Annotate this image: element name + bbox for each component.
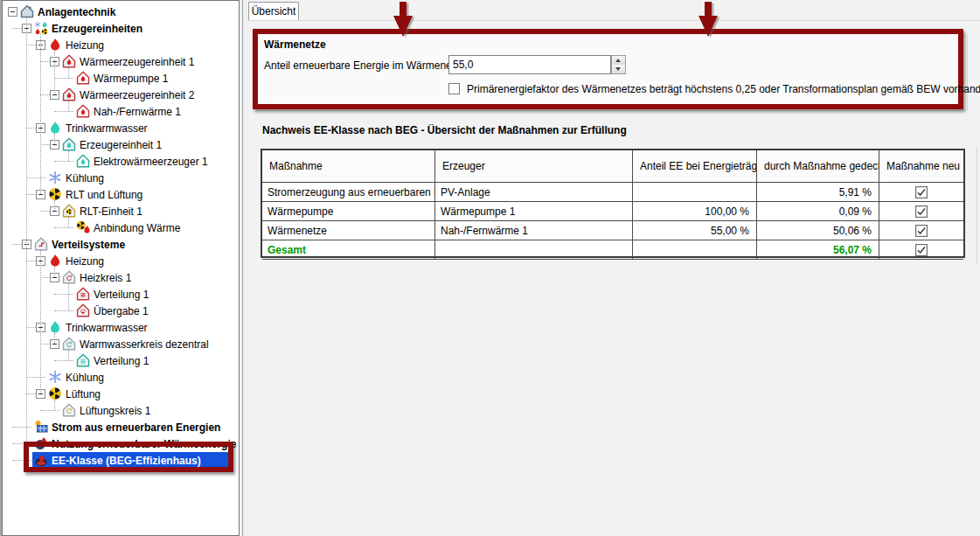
cell-gedeckter_anteil: 56,07 % [757,240,879,260]
heating-icon [48,38,62,52]
heating-circuit-icon [62,270,76,284]
tree-item[interactable]: Nah-/Fernwärme 1 [3,103,239,120]
tree-connector [40,61,50,62]
panel-splitter[interactable] [242,0,243,536]
tree-item[interactable]: RLT-Einheit 1 [3,203,239,219]
spin-down-button[interactable] [612,65,625,73]
column-header[interactable]: Maßnahme [262,150,435,183]
new-measure-checkbox[interactable] [879,202,963,221]
tree-connector [54,134,55,144]
expand-toggle[interactable] [8,7,17,17]
tree-item-label: Erzeugereinheiten [49,21,145,37]
tree-connector [68,150,69,161]
dhw-circuit-icon [62,337,76,351]
tree-item-label: Kühlung [63,370,107,386]
tree-item-label: Wärmepumpe 1 [91,71,170,87]
column-header[interactable]: durch Maßnahme gedeckter Anteil [757,150,879,183]
down-arrow-icon [615,67,621,71]
tabstrip-divider [247,20,980,21]
minus-icon [52,144,57,145]
tab-uebersicht[interactable]: Übersicht [248,2,299,20]
tree-item[interactable]: Strom aus erneuerbaren Energien [3,419,239,435]
tree-connector [12,28,22,29]
tree-item-label: Trinkwarmwasser [63,320,150,336]
tree-item-label: Verteilung 1 [91,353,151,369]
tree-item[interactable]: Verteilung 1 [3,352,239,369]
tree-connector [40,211,50,212]
cell-massnahme: Gesamt [262,240,435,260]
pef-checkbox-label: Primärenergiefaktor des Wärmenetzes betr… [467,83,980,95]
tree-connector [54,400,55,410]
tree-item[interactable]: Anbindung Wärme [3,219,239,236]
tree-item-label: Heizung [63,38,107,53]
column-header[interactable]: Anteil EE bei Energieträger [633,150,757,183]
tree-item-label: RLT und Lüftung [63,187,145,203]
tree-item-label: Trinkwarmwasser [63,121,150,136]
annotation-box-ee-klasse [24,442,233,472]
tree-item[interactable]: Kühlung [3,170,239,186]
tree-connector [26,261,36,261]
minus-icon [38,393,43,394]
new-measure-checkbox[interactable] [879,240,963,260]
column-header[interactable]: Erzeuger [435,150,633,183]
tree-item[interactable]: Verteilsysteme [3,236,239,253]
tree-item[interactable]: Anlagentechnik [3,3,239,20]
heat-generator-icon [76,104,90,118]
tree-item[interactable]: Erzeugereinheit 1 [3,136,239,153]
ventilation-icon [48,187,62,201]
tree-connector [68,101,69,111]
distribution-systems-icon [34,237,48,251]
tree-item[interactable]: Wärmeerzeugereinheit 2 [3,87,239,103]
tree-item[interactable]: Übergabe 1 [3,303,239,319]
heat-generator-unit-icon [62,54,76,68]
tree-connector [26,393,36,394]
tree-item[interactable]: Erzeugereinheiten [3,20,239,37]
tree-item[interactable]: Trinkwarmwasser [3,120,239,136]
renewable-share-input[interactable] [448,55,611,74]
cell-gedeckter_anteil: 50,06 % [757,221,879,240]
tree-item[interactable]: Kühlung [3,369,239,386]
tree-connector [54,111,73,112]
column-header[interactable]: Maßnahme neu hinzugekommen [879,150,963,183]
tree-connector [26,178,45,178]
tree-item[interactable]: Heizung [3,37,239,53]
tree-item[interactable]: Heizkreis 1 [3,269,239,286]
waermenetze-title: Wärmenetze [264,38,326,51]
tree-item[interactable]: Lüftungskreis 1 [3,402,239,419]
tree-item-label: Anlagentechnik [35,4,118,20]
content-edge-line [977,147,977,264]
tree-connector [12,427,31,428]
tree-connector [26,45,36,45]
cell-massnahme: Wärmepumpe [262,202,435,221]
tree-connector [68,283,69,310]
tree-item[interactable]: Elektrowärmeerzeuger 1 [3,153,239,170]
new-measure-checkbox[interactable] [879,221,963,240]
tree-item[interactable]: RLT und Lüftung [3,186,239,203]
minus-icon [52,94,57,95]
tree-item[interactable]: Wärmepumpe 1 [3,70,239,87]
tree-item-label: Warmwasserkreis dezentral [77,337,212,352]
tree-item-label: Kühlung [63,171,107,186]
tree-item[interactable]: Heizung [3,253,239,269]
dhw-icon [48,121,62,135]
annotation-arrow-icon [387,2,419,38]
tree-item[interactable]: Lüftung [3,386,239,402]
cell-gedeckter_anteil: 0,09 % [757,202,879,221]
tree-connector [54,294,73,295]
tree-item-label: Heizkreis 1 [77,270,134,286]
minus-icon [10,11,15,12]
tree-item-label: Lüftungskreis 1 [77,403,153,419]
tree-item[interactable]: Verteilung 1 [3,286,239,303]
tree-item[interactable]: Wärmeerzeugereinheit 1 [3,53,239,70]
new-measure-checkbox[interactable] [879,183,963,202]
distribution-red-icon [76,287,90,301]
tree-connector [40,344,50,345]
minus-icon [38,194,43,195]
tree-connector [54,310,73,311]
pef-checkbox[interactable] [448,83,460,94]
tree-connector [54,78,73,79]
cell-erzeuger [435,240,633,260]
tree-item[interactable]: Warmwasserkreis dezentral [3,336,239,352]
tree-item[interactable]: Trinkwarmwasser [3,319,239,336]
tree-connector [26,194,36,195]
